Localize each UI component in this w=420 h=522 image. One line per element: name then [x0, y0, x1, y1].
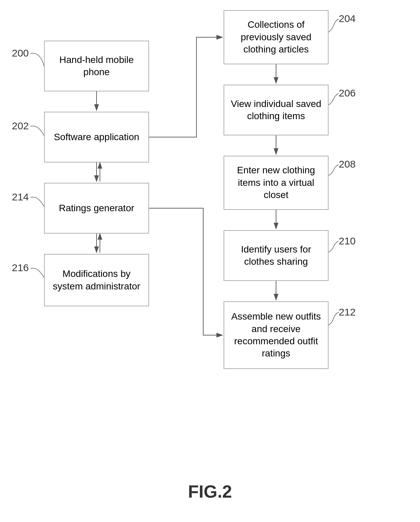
figure-label: FIG.2 — [0, 481, 420, 502]
ref-200: 200 — [12, 47, 29, 59]
ref-210: 210 — [339, 235, 356, 247]
box-assemble-outfits: Assemble new outfits and receive recomme… — [224, 301, 329, 369]
box-software-application: Software application — [44, 112, 149, 162]
box-modifications-admin: Modifications by system administrator — [44, 254, 149, 306]
box-hand-held-mobile-phone: Hand-held mobile phone — [44, 41, 149, 91]
ref-216: 216 — [12, 262, 29, 274]
ref-202: 202 — [12, 120, 29, 132]
box-ratings-generator: Ratings generator — [44, 183, 149, 234]
box-enter-clothing-items: Enter new clothing items into a virtual … — [224, 156, 329, 210]
ref-208: 208 — [339, 158, 356, 170]
diagram-container: Hand-held mobile phone Software applicat… — [0, 0, 420, 522]
ref-206: 206 — [339, 87, 356, 99]
ref-204: 204 — [339, 13, 356, 24]
box-collections-clothing: Collections of previously saved clothing… — [224, 10, 329, 64]
ref-212: 212 — [339, 306, 356, 318]
box-view-clothing-items: View individual saved clothing items — [224, 85, 329, 135]
box-identify-users: Identify users for clothes sharing — [224, 230, 329, 281]
ref-214: 214 — [12, 191, 29, 203]
